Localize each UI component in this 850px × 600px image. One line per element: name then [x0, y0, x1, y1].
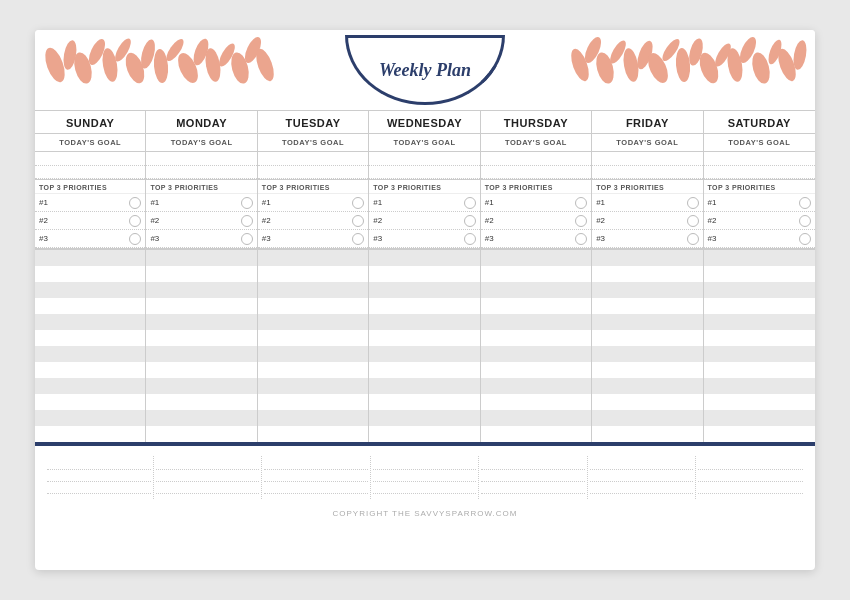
schedule-cell[interactable] — [592, 362, 703, 378]
schedule-cell[interactable] — [258, 250, 369, 266]
schedule-cell[interactable] — [481, 394, 592, 410]
schedule-cell[interactable] — [369, 346, 480, 362]
schedule-cell[interactable] — [35, 394, 146, 410]
priority-checkbox[interactable] — [352, 197, 364, 209]
notes-col[interactable] — [154, 456, 263, 499]
notes-line[interactable] — [156, 458, 260, 470]
schedule-cell[interactable] — [704, 266, 815, 282]
schedule-cell[interactable] — [258, 314, 369, 330]
schedule-cell[interactable] — [146, 362, 257, 378]
priority-row[interactable]: #2 — [481, 212, 591, 230]
priority-checkbox[interactable] — [575, 233, 587, 245]
schedule-cell[interactable] — [481, 378, 592, 394]
schedule-grid[interactable] — [35, 249, 815, 442]
schedule-cell[interactable] — [369, 426, 480, 442]
notes-line[interactable] — [373, 470, 477, 482]
priority-checkbox[interactable] — [687, 215, 699, 227]
schedule-cell[interactable] — [592, 378, 703, 394]
schedule-cell[interactable] — [369, 250, 480, 266]
priority-row[interactable]: #2 — [258, 212, 368, 230]
priority-row[interactable]: #3 — [146, 230, 256, 248]
schedule-cell[interactable] — [369, 378, 480, 394]
schedule-cell[interactable] — [258, 362, 369, 378]
schedule-cell[interactable] — [704, 330, 815, 346]
schedule-cell[interactable] — [369, 394, 480, 410]
schedule-cell[interactable] — [481, 282, 592, 298]
schedule-cell[interactable] — [35, 250, 146, 266]
schedule-cell[interactable] — [592, 394, 703, 410]
schedule-cell[interactable] — [481, 330, 592, 346]
schedule-cell[interactable] — [258, 378, 369, 394]
priority-row[interactable]: #1 — [146, 194, 256, 212]
priority-checkbox[interactable] — [464, 215, 476, 227]
priority-row[interactable]: #3 — [35, 230, 145, 248]
notes-line[interactable] — [264, 470, 368, 482]
notes-line[interactable] — [264, 458, 368, 470]
schedule-cell[interactable] — [258, 426, 369, 442]
schedule-row[interactable] — [35, 282, 815, 298]
schedule-cell[interactable] — [592, 426, 703, 442]
priority-checkbox[interactable] — [799, 215, 811, 227]
goal-lines-wednesday[interactable] — [369, 152, 479, 180]
priority-checkbox[interactable] — [799, 233, 811, 245]
schedule-row[interactable] — [35, 266, 815, 282]
priority-row[interactable]: #1 — [35, 194, 145, 212]
priority-checkbox[interactable] — [464, 197, 476, 209]
goal-lines-sunday[interactable] — [35, 152, 145, 180]
priority-row[interactable]: #3 — [258, 230, 368, 248]
schedule-row[interactable] — [35, 378, 815, 394]
schedule-cell[interactable] — [481, 426, 592, 442]
schedule-cell[interactable] — [592, 410, 703, 426]
schedule-cell[interactable] — [258, 298, 369, 314]
schedule-cell[interactable] — [481, 266, 592, 282]
schedule-row[interactable] — [35, 394, 815, 410]
schedule-cell[interactable] — [258, 394, 369, 410]
notes-line[interactable] — [698, 458, 803, 470]
notes-col[interactable] — [588, 456, 697, 499]
schedule-cell[interactable] — [704, 250, 815, 266]
notes-line[interactable] — [481, 470, 585, 482]
priority-checkbox[interactable] — [241, 215, 253, 227]
priority-checkbox[interactable] — [129, 197, 141, 209]
priority-row[interactable]: #1 — [369, 194, 479, 212]
schedule-cell[interactable] — [35, 282, 146, 298]
schedule-cell[interactable] — [146, 298, 257, 314]
notes-line[interactable] — [590, 470, 694, 482]
schedule-row[interactable] — [35, 426, 815, 442]
schedule-cell[interactable] — [146, 266, 257, 282]
priority-row[interactable]: #2 — [146, 212, 256, 230]
goal-lines-monday[interactable] — [146, 152, 256, 180]
priority-checkbox[interactable] — [129, 233, 141, 245]
priority-row[interactable]: #3 — [369, 230, 479, 248]
schedule-cell[interactable] — [146, 410, 257, 426]
schedule-cell[interactable] — [35, 346, 146, 362]
priority-row[interactable]: #2 — [35, 212, 145, 230]
notes-col[interactable] — [479, 456, 588, 499]
schedule-cell[interactable] — [704, 298, 815, 314]
schedule-cell[interactable] — [481, 410, 592, 426]
schedule-cell[interactable] — [481, 250, 592, 266]
notes-col[interactable] — [45, 456, 154, 499]
schedule-cell[interactable] — [35, 298, 146, 314]
schedule-cell[interactable] — [146, 282, 257, 298]
notes-line[interactable] — [373, 482, 477, 494]
notes-line[interactable] — [156, 482, 260, 494]
priority-checkbox[interactable] — [687, 197, 699, 209]
schedule-cell[interactable] — [592, 330, 703, 346]
schedule-cell[interactable] — [35, 410, 146, 426]
schedule-cell[interactable] — [481, 314, 592, 330]
priority-row[interactable]: #3 — [704, 230, 815, 248]
notes-line[interactable] — [481, 482, 585, 494]
schedule-cell[interactable] — [704, 410, 815, 426]
priority-row[interactable]: #1 — [258, 194, 368, 212]
schedule-row[interactable] — [35, 298, 815, 314]
priority-checkbox[interactable] — [575, 197, 587, 209]
schedule-cell[interactable] — [35, 426, 146, 442]
schedule-cell[interactable] — [592, 282, 703, 298]
schedule-cell[interactable] — [146, 378, 257, 394]
schedule-cell[interactable] — [369, 298, 480, 314]
schedule-cell[interactable] — [704, 394, 815, 410]
schedule-cell[interactable] — [35, 330, 146, 346]
priority-checkbox[interactable] — [241, 197, 253, 209]
goal-lines-saturday[interactable] — [704, 152, 815, 180]
